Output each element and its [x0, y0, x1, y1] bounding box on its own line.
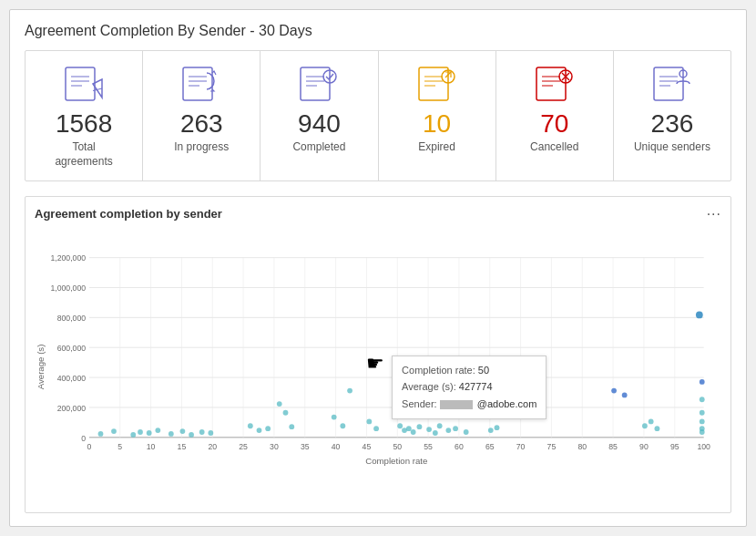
- cancelled-label: Cancelled: [530, 140, 578, 155]
- kpi-card-expired: 10 Expired: [379, 51, 496, 180]
- unique-senders-number: 236: [651, 111, 694, 137]
- chart-menu-button[interactable]: ···: [707, 206, 721, 222]
- svg-point-110: [373, 426, 379, 431]
- send-agreement-icon: [60, 64, 107, 104]
- svg-rect-0: [66, 67, 95, 100]
- expired-number: 10: [423, 111, 451, 137]
- svg-point-114: [406, 426, 412, 431]
- svg-point-115: [411, 429, 416, 435]
- svg-text:75: 75: [547, 442, 557, 451]
- svg-point-130: [696, 311, 703, 318]
- kpi-card-cancelled: 70 Cancelled: [496, 51, 614, 180]
- svg-text:40: 40: [332, 442, 341, 451]
- svg-point-136: [700, 429, 705, 435]
- svg-point-99: [208, 430, 213, 436]
- svg-text:0: 0: [81, 433, 86, 442]
- chart-container: Average (s) 1,200,000 1,000,000 800,000 …: [35, 230, 721, 503]
- svg-text:60: 60: [455, 442, 464, 451]
- completed-number: 940: [298, 111, 341, 137]
- svg-text:Completion rate: Completion rate: [365, 455, 427, 465]
- svg-point-91: [130, 432, 136, 438]
- svg-point-123: [488, 428, 494, 433]
- svg-rect-27: [654, 67, 683, 100]
- svg-point-104: [283, 409, 289, 415]
- expired-label: Expired: [418, 140, 455, 155]
- svg-point-96: [180, 428, 186, 434]
- kpi-card-total: 1568 Totalagreements: [26, 51, 143, 180]
- svg-point-131: [700, 379, 705, 385]
- svg-point-109: [366, 418, 372, 424]
- total-agreements-label: Totalagreements: [55, 140, 112, 169]
- page-title: Agreement Completion By Sender - 30 Days: [25, 23, 731, 39]
- svg-point-119: [437, 423, 443, 428]
- svg-text:5: 5: [117, 442, 122, 451]
- svg-text:50: 50: [393, 442, 402, 451]
- svg-point-107: [340, 423, 345, 428]
- completed-label: Completed: [292, 140, 345, 155]
- svg-text:30: 30: [270, 442, 279, 451]
- kpi-card-inprogress: 263 In progress: [143, 51, 261, 180]
- svg-text:10: 10: [147, 442, 156, 451]
- svg-point-118: [433, 430, 438, 436]
- svg-point-116: [417, 424, 423, 429]
- svg-point-101: [257, 428, 262, 433]
- svg-text:600,000: 600,000: [57, 344, 87, 353]
- svg-point-127: [642, 423, 648, 428]
- svg-text:200,000: 200,000: [57, 403, 87, 412]
- svg-point-128: [649, 418, 654, 424]
- svg-point-132: [700, 397, 705, 402]
- svg-point-108: [347, 387, 352, 393]
- svg-text:100: 100: [697, 442, 710, 451]
- expired-agreement-icon: [414, 64, 461, 104]
- svg-point-134: [700, 418, 705, 424]
- svg-text:15: 15: [178, 442, 187, 451]
- unique-senders-icon: [649, 64, 696, 104]
- chart-title: Agreement completion by sender: [35, 207, 222, 221]
- svg-point-105: [289, 424, 294, 429]
- svg-text:70: 70: [516, 442, 526, 451]
- unique-senders-label: Unique senders: [634, 140, 710, 155]
- svg-text:35: 35: [301, 442, 310, 451]
- svg-text:65: 65: [485, 442, 495, 451]
- kpi-card-completed: 940 Completed: [261, 51, 378, 180]
- svg-text:90: 90: [639, 442, 649, 451]
- svg-point-98: [199, 429, 205, 435]
- svg-point-117: [426, 427, 432, 432]
- svg-point-100: [248, 423, 253, 428]
- svg-point-92: [138, 429, 143, 435]
- kpi-row: 1568 Totalagreements 263 In progress: [25, 50, 731, 180]
- svg-point-111: [393, 369, 401, 376]
- svg-point-126: [622, 392, 628, 397]
- chart-section: Agreement completion by sender ··· Avera…: [25, 196, 731, 513]
- svg-text:55: 55: [424, 442, 433, 451]
- svg-point-94: [155, 428, 160, 433]
- svg-text:85: 85: [608, 442, 618, 451]
- svg-point-129: [655, 426, 660, 431]
- svg-text:1,000,000: 1,000,000: [50, 283, 86, 293]
- completed-agreement-icon: [295, 64, 342, 104]
- dashboard: Agreement Completion By Sender - 30 Days…: [9, 9, 747, 526]
- svg-point-102: [265, 426, 271, 431]
- svg-text:80: 80: [577, 442, 587, 451]
- kpi-card-unique-senders: 236 Unique senders: [614, 51, 730, 180]
- svg-text:1,200,000: 1,200,000: [50, 253, 86, 263]
- svg-point-124: [495, 425, 500, 430]
- cancelled-number: 70: [540, 111, 568, 137]
- scatter-chart: Average (s) 1,200,000 1,000,000 800,000 …: [35, 230, 721, 503]
- svg-text:45: 45: [363, 442, 372, 451]
- svg-text:95: 95: [670, 442, 679, 451]
- svg-point-122: [464, 429, 469, 435]
- svg-point-93: [147, 430, 152, 436]
- in-progress-agreement-icon: [178, 64, 225, 104]
- svg-point-112: [397, 423, 403, 428]
- svg-point-97: [189, 432, 194, 438]
- svg-text:20: 20: [208, 442, 217, 451]
- svg-point-103: [277, 401, 282, 407]
- svg-text:25: 25: [239, 442, 248, 451]
- cancelled-agreement-icon: [531, 64, 578, 104]
- svg-point-106: [332, 414, 337, 419]
- svg-text:400,000: 400,000: [57, 374, 87, 383]
- svg-point-121: [453, 426, 458, 431]
- in-progress-label: In progress: [174, 140, 229, 155]
- svg-text:0: 0: [87, 442, 92, 451]
